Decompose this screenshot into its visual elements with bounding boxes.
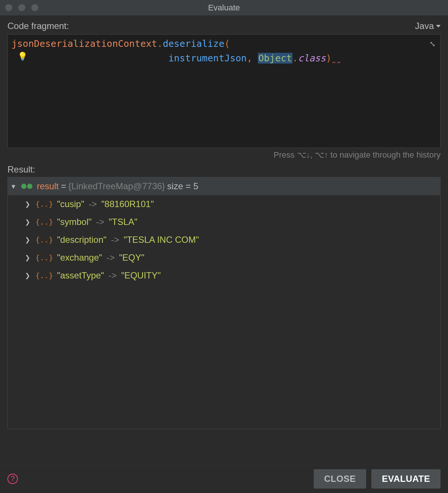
map-entry-icon: {..} [35, 200, 53, 209]
entry-key: "assetType" [57, 270, 104, 281]
entry-value: "TESLA INC COM" [124, 235, 199, 245]
language-label: Java [415, 21, 434, 31]
map-entry-icon: {..} [35, 218, 53, 226]
entry-value: "EQUITY" [121, 270, 161, 281]
expand-arrow-icon[interactable] [25, 272, 32, 280]
result-entry-row[interactable]: {..}"symbol"->"TSLA" [8, 213, 440, 231]
entry-value: "TSLA" [109, 217, 137, 227]
entry-value: "88160R101" [101, 199, 154, 209]
entry-arrow: -> [89, 199, 97, 209]
entry-arrow: -> [96, 217, 104, 227]
result-variable-name: result [37, 181, 59, 191]
maximize-window-button[interactable] [31, 4, 38, 11]
entry-key: "cusip" [57, 199, 84, 209]
result-entry-row[interactable]: {..}"description"->"TESLA INC COM" [8, 231, 440, 249]
result-size: size = 5 [167, 181, 198, 191]
intention-bulb-icon[interactable]: 💡 [17, 50, 28, 63]
entry-arrow: -> [106, 252, 115, 263]
map-entry-icon: {..} [35, 235, 53, 244]
close-button[interactable]: CLOSE [314, 469, 366, 489]
expand-arrow-icon[interactable] [12, 182, 18, 191]
entry-arrow: -> [111, 235, 119, 245]
history-hint: Press ⌥↓, ⌥↑ to navigate through the his… [7, 150, 441, 160]
map-entry-icon: {..} [35, 253, 53, 262]
result-root-row[interactable]: result = {LinkedTreeMap@7736} size = 5 [8, 177, 440, 195]
chevron-down-icon [436, 25, 441, 28]
code-fragment-label: Code fragment: [7, 21, 69, 31]
result-panel: result = {LinkedTreeMap@7736} size = 5 {… [7, 177, 441, 429]
collapse-editor-icon[interactable]: ⤡ [429, 38, 436, 50]
evaluate-button[interactable]: EVALUATE [371, 469, 441, 489]
help-icon[interactable]: ? [7, 474, 18, 484]
result-entry-row[interactable]: {..}"assetType"->"EQUITY" [8, 267, 440, 284]
expand-arrow-icon[interactable] [25, 236, 32, 244]
expand-arrow-icon[interactable] [25, 218, 32, 226]
result-entry-row[interactable]: {..}"exchange"->"EQY" [8, 249, 440, 267]
map-entry-icon: {..} [35, 271, 53, 280]
watch-icon [21, 184, 32, 189]
title-bar: Evaluate [0, 0, 448, 16]
entry-key: "description" [57, 235, 106, 245]
code-editor[interactable]: jsonDeserializationContext.deserialize( … [7, 34, 441, 148]
result-entry-row[interactable]: {..}"cusip"->"88160R101" [8, 195, 440, 213]
entry-key: "exchange" [57, 252, 102, 263]
minimize-window-button[interactable] [18, 4, 25, 11]
window-title: Evaluate [208, 3, 240, 13]
result-label: Result: [7, 164, 441, 175]
dialog-footer: ? CLOSE EVALUATE [0, 464, 448, 493]
expand-arrow-icon[interactable] [25, 200, 32, 208]
entry-arrow: -> [109, 270, 117, 281]
entry-key: "symbol" [57, 217, 92, 227]
entry-value: "EQY" [119, 252, 144, 263]
language-selector[interactable]: Java [415, 21, 441, 31]
traffic-lights [5, 4, 38, 11]
result-type: {LinkedTreeMap@7736} [68, 181, 165, 191]
close-window-button[interactable] [5, 4, 12, 11]
expand-arrow-icon[interactable] [25, 254, 32, 262]
